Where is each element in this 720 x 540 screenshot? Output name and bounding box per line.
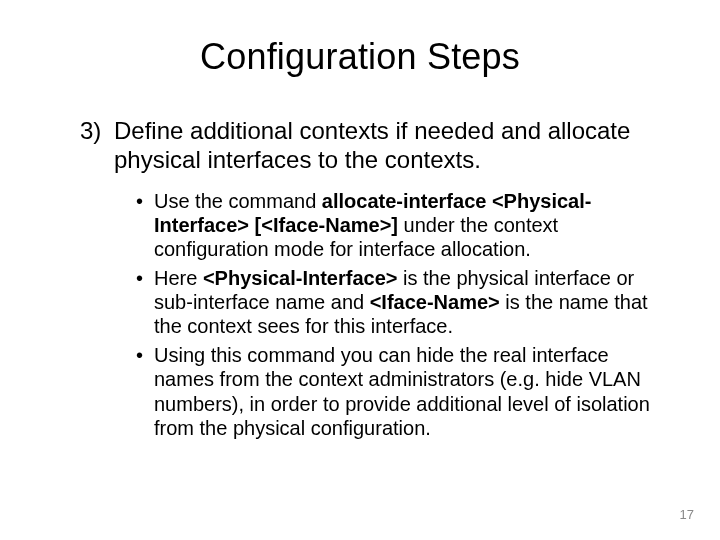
bullet-text: Here <Physical-Interface> is the physica…: [154, 266, 670, 339]
slide: Configuration Steps 3) Define additional…: [0, 0, 720, 540]
param-text: <Iface-Name>: [370, 291, 500, 313]
text-run: Use the command: [154, 190, 322, 212]
ordered-number: 3): [80, 116, 114, 175]
bullet-icon: •: [136, 343, 154, 441]
bullet-text: Use the command allocate-interface <Phys…: [154, 189, 670, 262]
slide-title: Configuration Steps: [50, 36, 670, 78]
page-number: 17: [680, 507, 694, 522]
list-item: • Here <Physical-Interface> is the physi…: [136, 266, 670, 339]
text-run: Using this command you can hide the real…: [154, 344, 650, 439]
list-item: • Use the command allocate-interface <Ph…: [136, 189, 670, 262]
param-text: <Physical-Interface>: [203, 267, 398, 289]
ordered-text: Define additional contexts if needed and…: [114, 116, 670, 175]
text-run: Here: [154, 267, 203, 289]
list-item: • Using this command you can hide the re…: [136, 343, 670, 441]
sub-bullet-list: • Use the command allocate-interface <Ph…: [50, 189, 670, 441]
bullet-icon: •: [136, 266, 154, 339]
bullet-text: Using this command you can hide the real…: [154, 343, 670, 441]
bullet-icon: •: [136, 189, 154, 262]
ordered-item: 3) Define additional contexts if needed …: [50, 116, 670, 175]
